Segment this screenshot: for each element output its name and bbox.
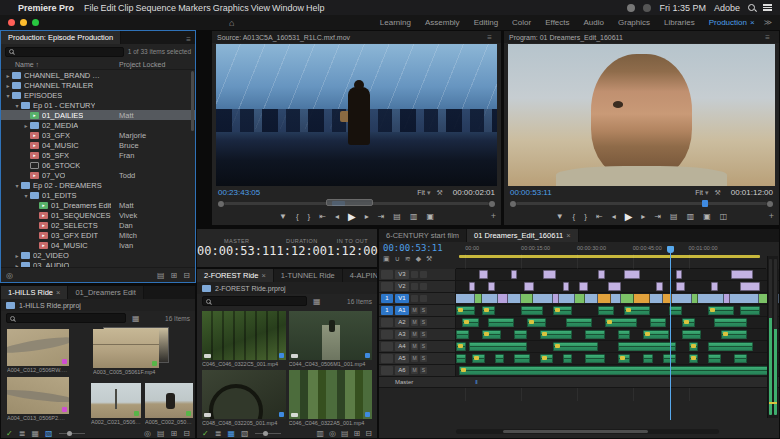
timeline-audio-clip[interactable] — [566, 318, 592, 327]
clip-thumbnail[interactable]: C046_C046_0322A5_001.mp4 — [289, 370, 373, 426]
track-header[interactable]: A2MS — [379, 317, 456, 328]
track-header[interactable]: 1A1MS — [379, 305, 456, 316]
timeline-clip[interactable] — [482, 294, 498, 303]
source-patch[interactable]: 1 — [381, 294, 393, 303]
tree-row[interactable]: ▸07_VOTodd — [1, 170, 195, 180]
workspace-tab-assembly[interactable]: Assembly — [425, 18, 460, 27]
menu-item-clip[interactable]: Clip — [118, 3, 134, 13]
mark-in-button[interactable]: { — [573, 212, 576, 221]
timeline-clip[interactable] — [711, 282, 717, 291]
timeline-audio-clip[interactable] — [585, 330, 604, 339]
close-icon[interactable]: × — [750, 18, 755, 27]
timeline-audio-clip[interactable] — [643, 330, 669, 339]
sync-lock-icon[interactable] — [411, 271, 418, 278]
fit-dropdown[interactable]: Fit ▾ — [695, 189, 708, 197]
new-item-icon[interactable]: ⊞ — [171, 429, 178, 438]
timeline-audio-clip[interactable] — [482, 330, 501, 339]
timeline-audio-clip[interactable] — [708, 354, 721, 363]
timeline-clip[interactable] — [611, 294, 621, 303]
disclosure-icon[interactable]: ▸ — [13, 252, 21, 259]
timeline-audio-clip[interactable] — [721, 330, 747, 339]
solo-button[interactable]: S — [420, 307, 427, 314]
track-name-chip[interactable]: V3 — [395, 270, 409, 279]
disclosure-icon[interactable]: ▸ — [13, 262, 21, 268]
timeline-clip[interactable] — [524, 282, 534, 291]
timeline-clip[interactable] — [456, 294, 475, 303]
timeline-audio-clip[interactable] — [618, 354, 631, 363]
settings-wrench-icon[interactable]: ⚒ — [436, 189, 442, 197]
tab-6-century-start-film[interactable]: 6-CENTURY start film — [379, 229, 467, 242]
disclosure-icon[interactable]: ▸ — [4, 72, 12, 79]
track-header[interactable]: V2 — [379, 281, 456, 292]
timeline-clip[interactable] — [624, 270, 640, 279]
status-icon-2[interactable] — [643, 4, 651, 12]
menu-item-help[interactable]: Help — [306, 3, 325, 13]
source-monitor-title[interactable]: Source: A013C5A_160531_R1LC.mxf.mov — [217, 34, 350, 41]
track-name-chip[interactable]: A5 — [395, 354, 409, 363]
timeline-audio-clip[interactable] — [618, 342, 676, 351]
marker-icon[interactable]: ◆ — [416, 255, 421, 263]
timeline-audio-clip[interactable] — [598, 306, 614, 315]
add-marker-button[interactable]: ▼ — [279, 212, 287, 221]
timeline-clip[interactable] — [672, 294, 691, 303]
timeline-audio-clip[interactable] — [708, 306, 734, 315]
tree-row[interactable]: ▸CHANNEL_BRAND ELEMENTS — [1, 70, 195, 80]
linked-selection-icon[interactable]: ≋ — [405, 255, 411, 263]
track-clip-area[interactable] — [456, 365, 779, 376]
timeline-clip[interactable] — [598, 294, 611, 303]
tree-row[interactable]: ▸02_MEDIA — [1, 120, 195, 130]
find-icon[interactable]: ◎ — [144, 429, 151, 438]
timeline-clip[interactable] — [650, 294, 663, 303]
thumbnail-view-icon[interactable]: ▦ — [227, 429, 235, 438]
status-icon[interactable] — [627, 4, 635, 12]
scrubber-track[interactable] — [516, 202, 767, 205]
workspace-tab-color[interactable]: Color — [512, 18, 531, 27]
tree-row[interactable]: ▸04_MUSICIvan — [1, 240, 195, 250]
timeline-audio-clip[interactable] — [643, 354, 653, 363]
sync-lock-icon[interactable] — [411, 295, 418, 302]
workspace-tab-production[interactable]: Production× — [709, 18, 755, 27]
timeline-clip[interactable] — [563, 282, 569, 291]
source-patch[interactable] — [381, 282, 393, 291]
tab-01-dreamers-edit-160611[interactable]: 01 Dreamers_Edit_160611× — [467, 229, 578, 242]
delete-icon[interactable]: ⊟ — [183, 271, 190, 280]
track-header[interactable]: Master‖ — [379, 377, 779, 387]
clip-thumbnail[interactable]: A004_C013_0506P2.mp4 — [7, 377, 69, 421]
find-icon[interactable]: ◎ — [329, 429, 336, 438]
track-name-chip[interactable]: V1 — [395, 294, 409, 303]
timeline-audio-clip[interactable] — [521, 306, 544, 315]
track-clip-area[interactable] — [456, 305, 779, 316]
source-patch[interactable] — [381, 330, 393, 339]
export-frame-button[interactable]: ▣ — [703, 212, 711, 221]
delete-icon[interactable]: ⊟ — [365, 429, 372, 438]
source-patch[interactable] — [381, 366, 393, 375]
button-editor-plus[interactable]: + — [769, 211, 774, 221]
timeline-audio-clip[interactable] — [605, 318, 637, 327]
disclosure-icon[interactable]: ▾ — [22, 192, 30, 199]
timeline-clip[interactable] — [559, 294, 575, 303]
track-clip-area[interactable] — [456, 281, 779, 292]
track-header[interactable]: V3 — [379, 269, 456, 280]
source-patch[interactable] — [381, 270, 393, 279]
mute-button[interactable]: M — [411, 367, 418, 374]
tab-production[interactable]: Production: Episode Production — [1, 31, 121, 44]
zoom-handle-right[interactable] — [767, 201, 773, 207]
close-icon[interactable]: × — [566, 231, 570, 240]
tab-4-alpine-lesson[interactable]: 4-ALPINE LESSON — [343, 269, 377, 282]
mark-in-button[interactable]: { — [296, 212, 299, 221]
control-center-icon[interactable] — [763, 4, 772, 11]
mute-button[interactable]: M — [411, 319, 418, 326]
step-forward-button[interactable]: ▸ — [365, 212, 369, 221]
mark-out-button[interactable]: } — [308, 212, 311, 221]
tree-row[interactable]: ▸02_VIDEO — [1, 250, 195, 260]
track-visibility-icon[interactable] — [420, 283, 427, 290]
track-name-chip[interactable]: A2 — [395, 318, 409, 327]
program-monitor-title[interactable]: Program: 01 Dreamers_Edit_160611 — [509, 34, 623, 41]
overwrite-button[interactable]: ▥ — [410, 212, 418, 221]
tree-row[interactable]: ▸01_SEQUENCESVivek — [1, 210, 195, 220]
clip-thumbnail[interactable]: C046_C046_0322C5_001.mp4 — [202, 311, 286, 367]
timeline-audio-clip[interactable] — [585, 354, 604, 363]
timeline-audio-clip[interactable] — [456, 306, 475, 315]
panel-menu-icon[interactable]: ≡ — [182, 35, 195, 44]
timeline-audio-clip[interactable] — [682, 330, 701, 339]
